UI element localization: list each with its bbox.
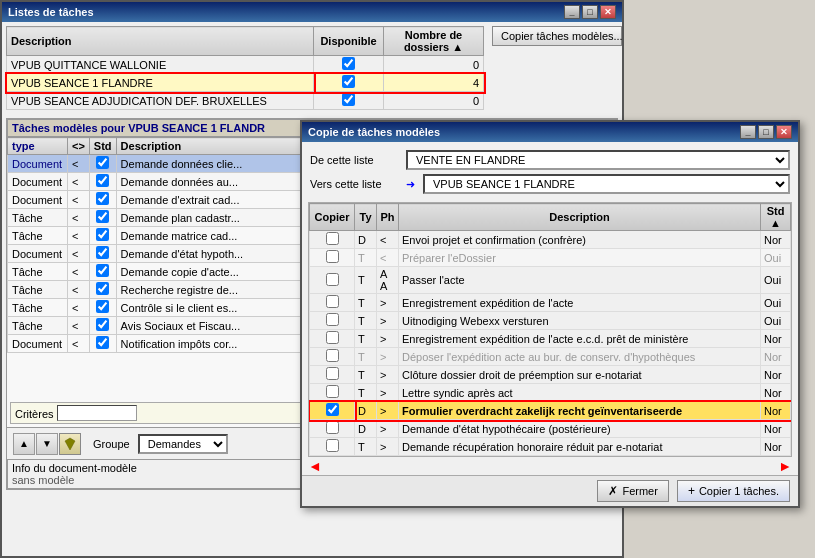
modal-copy-action-button[interactable]: + Copier 1 tâches. — [677, 480, 790, 502]
col-desc-h: Description — [399, 204, 761, 231]
std-cell — [89, 299, 116, 317]
copy-checkbox-checked[interactable] — [326, 403, 339, 416]
modal-close-action-button[interactable]: ✗ Fermer — [597, 480, 668, 502]
scroll-right-arrow[interactable]: ► — [778, 458, 792, 474]
group-select[interactable]: Demandes — [138, 434, 228, 454]
close-btn-label: Fermer — [622, 485, 657, 497]
modal-footer: ✗ Fermer + Copier 1 tâches. — [302, 475, 798, 506]
type-cell: Document — [8, 155, 68, 173]
ty-cell: D — [355, 231, 377, 249]
col-type: type — [8, 138, 68, 155]
type-cell: Tâche — [8, 263, 68, 281]
lists-table: Description Disponible Nombre de dossier… — [6, 26, 484, 110]
std-cell: Nor — [761, 420, 791, 438]
to-select[interactable]: VPUB SEANCE 1 FLANDRE — [423, 174, 790, 194]
copy-row[interactable]: T > Demande récupération honoraire rédui… — [310, 438, 791, 456]
copy-checkbox[interactable] — [326, 295, 339, 308]
copy-checkbox[interactable] — [326, 273, 339, 286]
copy-row[interactable]: D < Envoi projet et confirmation (confrè… — [310, 231, 791, 249]
copy-row-highlighted[interactable]: D > Formulier overdracht zakelijk recht … — [310, 402, 791, 420]
modal-controls: _ □ ✕ — [740, 125, 792, 139]
ph-cell: > — [377, 402, 399, 420]
copy-checkbox[interactable] — [326, 385, 339, 398]
ty-cell: T — [355, 438, 377, 456]
dir-cell: < — [68, 299, 90, 317]
std-cell — [89, 155, 116, 173]
table-row-selected[interactable]: VPUB SEANCE 1 FLANDRE 4 — [7, 74, 484, 92]
copy-row[interactable]: T > Enregistrement expédition de l'acte … — [310, 294, 791, 312]
col-ph: Ph — [377, 204, 399, 231]
ph-cell: > — [377, 312, 399, 330]
close-icon: ✗ — [608, 484, 618, 498]
copy-row[interactable]: T > Déposer l'expédition acte au bur. de… — [310, 348, 791, 366]
row-nombre: 0 — [384, 56, 484, 74]
group-label: Groupe — [93, 438, 130, 450]
ph-cell: > — [377, 330, 399, 348]
ph-cell: > — [377, 348, 399, 366]
close-button[interactable]: ✕ — [600, 5, 616, 19]
info-label: Info du document-modèle — [12, 462, 137, 474]
desc-cell: Déposer l'expédition acte au bur. de con… — [399, 348, 761, 366]
col-ty: Ty — [355, 204, 377, 231]
type-cell: Tâche — [8, 209, 68, 227]
copy-row[interactable]: D > Demande d'état hypothécaire (postéri… — [310, 420, 791, 438]
std-cell — [89, 317, 116, 335]
dir-cell: < — [68, 317, 90, 335]
std-cell: Nor — [761, 384, 791, 402]
move-up-button[interactable]: ▲ — [13, 433, 35, 455]
ty-cell: T — [355, 267, 377, 294]
ph-cell: > — [377, 294, 399, 312]
copy-row[interactable]: T > Clôture dossier droit de préemption … — [310, 366, 791, 384]
ph-cell: A A — [377, 267, 399, 294]
std-cell: Nor — [761, 231, 791, 249]
std-cell: Oui — [761, 267, 791, 294]
row-disponible — [314, 56, 384, 74]
maximize-button[interactable]: □ — [582, 5, 598, 19]
copy-checkbox[interactable] — [326, 232, 339, 245]
desc-cell: Uitnodiging Webexx versturen — [399, 312, 761, 330]
copy-modal: Copie de tâches modèles _ □ ✕ De cette l… — [300, 120, 800, 508]
copy-row[interactable]: T < Préparer l'eDossier Oui — [310, 249, 791, 267]
ty-cell: T — [355, 249, 377, 267]
copy-checkbox[interactable] — [326, 349, 339, 362]
col-copier: Copier — [310, 204, 355, 231]
copy-row[interactable]: T > Enregistrement expédition de l'acte … — [310, 330, 791, 348]
move-down-button[interactable]: ▼ — [36, 433, 58, 455]
modal-title: Copie de tâches modèles — [308, 126, 440, 138]
type-cell: Tâche — [8, 227, 68, 245]
copy-checkbox[interactable] — [326, 331, 339, 344]
copy-row[interactable]: T A A Passer l'acte Oui — [310, 267, 791, 294]
col-std: Std — [89, 138, 116, 155]
copy-tasks-button[interactable]: Copier tâches modèles... — [492, 26, 622, 46]
from-select[interactable]: VENTE EN FLANDRE — [406, 150, 790, 170]
type-cell: Document — [8, 335, 68, 353]
modal-close-button[interactable]: ✕ — [776, 125, 792, 139]
ty-cell: T — [355, 294, 377, 312]
std-cell — [89, 263, 116, 281]
modal-minimize[interactable]: _ — [740, 125, 756, 139]
criteria-input[interactable] — [57, 405, 137, 421]
type-cell: Document — [8, 245, 68, 263]
table-row[interactable]: VPUB QUITTANCE WALLONIE 0 — [7, 56, 484, 74]
criteria-label: Critères — [15, 408, 54, 420]
copy-row[interactable]: T > Lettre syndic après act Nor — [310, 384, 791, 402]
std-cell — [89, 335, 116, 353]
modal-maximize[interactable]: □ — [758, 125, 774, 139]
copy-checkbox[interactable] — [326, 250, 339, 263]
type-cell: Tâche — [8, 317, 68, 335]
copy-checkbox[interactable] — [326, 367, 339, 380]
copy-tasks-table: Copier Ty Ph Description Std ▲ D < Envoi… — [309, 203, 791, 456]
minimize-button[interactable]: _ — [564, 5, 580, 19]
copy-checkbox[interactable] — [326, 313, 339, 326]
copy-checkbox[interactable] — [326, 439, 339, 452]
copy-row[interactable]: T > Uitnodiging Webexx versturen Oui — [310, 312, 791, 330]
desc-cell: Passer l'acte — [399, 267, 761, 294]
reorder-button[interactable] — [59, 433, 81, 455]
row-disponible — [314, 92, 384, 110]
ty-cell: T — [355, 366, 377, 384]
ty-cell: T — [355, 384, 377, 402]
copy-checkbox[interactable] — [326, 421, 339, 434]
scroll-left-arrow[interactable]: ◄ — [308, 458, 322, 474]
table-row[interactable]: VPUB SEANCE ADJUDICATION DEF. BRUXELLES … — [7, 92, 484, 110]
desc-cell: Clôture dossier droit de préemption sur … — [399, 366, 761, 384]
